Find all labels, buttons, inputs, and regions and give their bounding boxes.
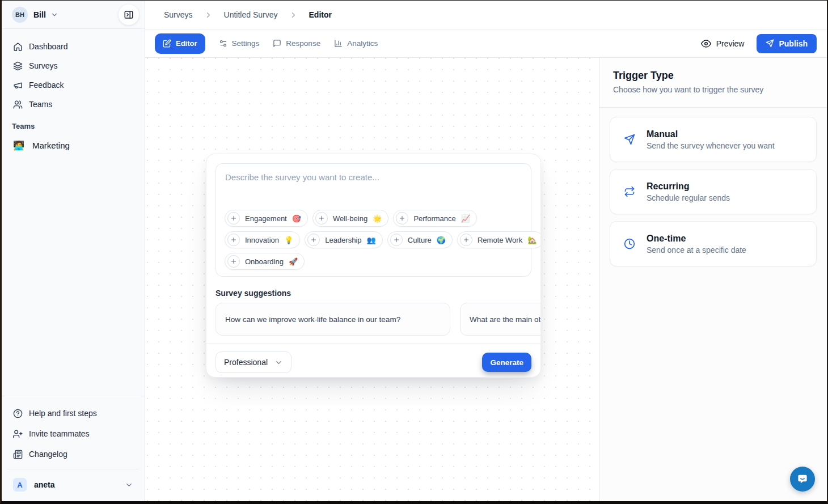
eye-icon bbox=[701, 39, 711, 49]
topic-chip-well-being[interactable]: Well-being 🌟 bbox=[312, 210, 388, 227]
chip-label: Onboarding bbox=[245, 257, 284, 266]
trigger-option-description: Send the survey whenever you want bbox=[647, 141, 775, 150]
sliders-icon bbox=[219, 39, 227, 48]
chip-emoji: 👥 bbox=[367, 236, 376, 244]
publish-button[interactable]: Publish bbox=[757, 34, 817, 53]
home-icon bbox=[13, 42, 23, 52]
editor-canvas[interactable]: Engagement 🎯 Well-being 🌟 bbox=[145, 58, 599, 501]
topic-chip-engagement[interactable]: Engagement 🎯 bbox=[225, 210, 308, 227]
chip-emoji: 🚀 bbox=[289, 257, 298, 266]
sidebar-item-label: Teams bbox=[29, 100, 52, 109]
trigger-option-recurring[interactable]: Recurring Schedule regular sends bbox=[610, 169, 817, 214]
suggestions-title: Survey suggestions bbox=[206, 277, 540, 303]
panel-toggle-icon bbox=[124, 10, 134, 20]
account-name: aneta bbox=[34, 480, 117, 489]
chat-launcher-button[interactable] bbox=[790, 467, 815, 492]
survey-prompt-input[interactable] bbox=[216, 164, 531, 200]
topic-chip-leadership[interactable]: Leadership 👥 bbox=[305, 231, 383, 248]
send-icon bbox=[766, 39, 774, 48]
tab-settings[interactable]: Settings bbox=[219, 39, 260, 48]
plus-icon bbox=[396, 212, 408, 225]
topic-chip-remote-work[interactable]: Remote Work 🏡 bbox=[457, 231, 541, 248]
breadcrumb-untitled-survey[interactable]: Untitled Survey bbox=[224, 10, 278, 19]
main-area: Surveys Untitled Survey Editor Editor bbox=[145, 1, 827, 501]
chip-emoji: 🌟 bbox=[373, 214, 382, 223]
sidebar-item-label: Feedback bbox=[29, 81, 64, 90]
users-icon bbox=[13, 100, 23, 109]
trigger-option-title: Recurring bbox=[647, 181, 730, 192]
workspace-switcher[interactable]: BH Bill bbox=[2, 1, 145, 29]
trigger-type-panel: Trigger Type Choose how you want to trig… bbox=[599, 58, 827, 501]
generate-button[interactable]: Generate bbox=[482, 353, 531, 372]
topic-chip-performance[interactable]: Performance 📈 bbox=[393, 210, 477, 227]
sidebar-item-label: Help and first steps bbox=[29, 409, 97, 418]
topic-chip-innovation[interactable]: Innovation 💡 bbox=[225, 231, 300, 248]
chip-label: Leadership bbox=[325, 236, 361, 244]
topic-chip-onboarding[interactable]: Onboarding 🚀 bbox=[225, 253, 305, 270]
publish-label: Publish bbox=[779, 39, 808, 48]
sidebar-footer: Help and first steps Invite teammates Ch… bbox=[2, 396, 145, 501]
teams-section-label: Teams bbox=[9, 114, 138, 135]
app-window: BH Bill Dashboard bbox=[0, 0, 828, 504]
chevron-down-icon bbox=[125, 481, 133, 489]
suggestion-card[interactable]: What are the main ob bbox=[460, 303, 540, 336]
repeat-icon bbox=[624, 186, 635, 197]
chip-label: Innovation bbox=[245, 236, 279, 244]
chip-emoji: 📈 bbox=[461, 214, 470, 223]
tab-label: Editor bbox=[176, 39, 197, 48]
tab-editor[interactable]: Editor bbox=[155, 33, 205, 54]
suggestions-row: How can we improve work-life balance in … bbox=[206, 303, 540, 336]
chat-bubble-icon bbox=[796, 473, 809, 485]
sidebar-item-team-marketing[interactable]: 🧑‍💻 Marketing bbox=[9, 135, 138, 155]
team-emoji-icon: 🧑‍💻 bbox=[13, 140, 24, 151]
sidebar-item-label: Surveys bbox=[29, 61, 58, 70]
breadcrumb-surveys[interactable]: Surveys bbox=[164, 10, 193, 19]
chevron-down-icon bbox=[274, 358, 283, 367]
sidebar-item-feedback[interactable]: Feedback bbox=[9, 75, 138, 95]
trigger-options: Manual Send the survey whenever you want… bbox=[599, 108, 827, 276]
sidebar-item-label: Changelog bbox=[29, 450, 67, 459]
topic-chip-culture[interactable]: Culture 🌍 bbox=[387, 231, 453, 248]
sidebar-item-changelog[interactable]: Changelog bbox=[9, 444, 138, 464]
workspace-name: Bill bbox=[33, 10, 46, 19]
sidebar: BH Bill Dashboard bbox=[2, 1, 145, 501]
trigger-option-one-time[interactable]: One-time Send once at a specific date bbox=[610, 221, 817, 266]
tone-select[interactable]: Professional bbox=[216, 351, 292, 373]
plus-icon bbox=[307, 234, 320, 246]
chip-emoji: 🏡 bbox=[527, 236, 536, 244]
sidebar-collapse-button[interactable] bbox=[119, 5, 139, 25]
plus-icon bbox=[315, 212, 328, 225]
tab-label: Analytics bbox=[347, 39, 378, 48]
plus-icon bbox=[227, 212, 240, 225]
suggestion-card[interactable]: How can we improve work-life balance in … bbox=[216, 303, 450, 336]
sidebar-item-help[interactable]: Help and first steps bbox=[9, 403, 138, 423]
help-circle-icon bbox=[13, 409, 23, 418]
edit-icon bbox=[163, 39, 171, 48]
plus-icon bbox=[227, 234, 240, 246]
sidebar-item-surveys[interactable]: Surveys bbox=[9, 56, 138, 75]
chip-label: Performance bbox=[413, 214, 455, 223]
tab-bar: Editor Settings Response Analytics bbox=[145, 29, 827, 58]
preview-button[interactable]: Preview bbox=[701, 39, 745, 49]
sidebar-item-dashboard[interactable]: Dashboard bbox=[9, 37, 138, 56]
panel-title: Trigger Type bbox=[613, 70, 813, 82]
chevron-down-icon bbox=[50, 11, 58, 19]
trigger-option-title: Manual bbox=[647, 129, 775, 139]
chip-label: Engagement bbox=[245, 214, 287, 223]
chip-label: Remote Work bbox=[478, 236, 522, 244]
tab-analytics[interactable]: Analytics bbox=[334, 39, 378, 48]
trigger-option-title: One-time bbox=[647, 234, 746, 244]
tab-label: Settings bbox=[232, 39, 260, 48]
breadcrumb: Surveys Untitled Survey Editor bbox=[145, 1, 827, 29]
sidebar-item-teams[interactable]: Teams bbox=[9, 95, 138, 114]
tab-label: Response bbox=[286, 39, 320, 48]
sidebar-item-invite[interactable]: Invite teammates bbox=[9, 423, 138, 444]
account-menu[interactable]: A aneta bbox=[9, 474, 138, 495]
trigger-option-manual[interactable]: Manual Send the survey whenever you want bbox=[610, 117, 817, 162]
breadcrumb-editor: Editor bbox=[309, 10, 332, 19]
chat-bubble-icon bbox=[273, 39, 281, 48]
newspaper-icon bbox=[13, 450, 23, 459]
chevron-right-icon bbox=[289, 11, 298, 19]
tab-response[interactable]: Response bbox=[273, 39, 320, 48]
chip-emoji: 💡 bbox=[284, 236, 293, 244]
